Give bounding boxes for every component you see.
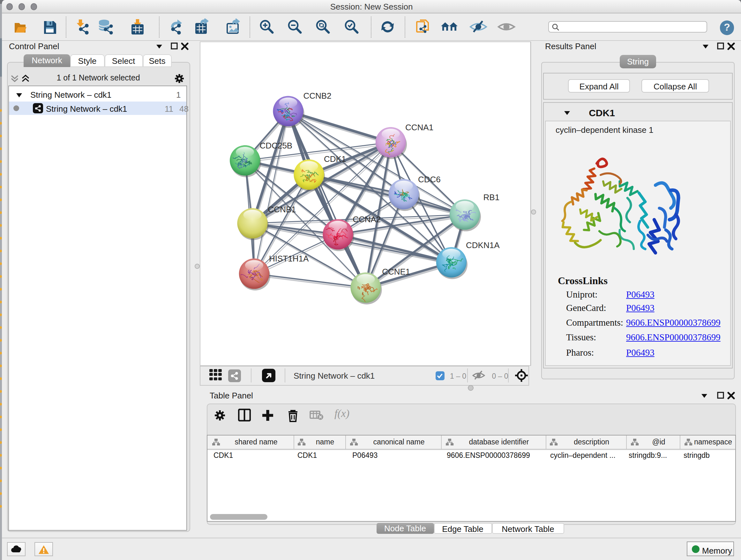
svg-text:CDK1: CDK1 bbox=[324, 154, 346, 164]
svg-text:CDKN1A: CDKN1A bbox=[466, 240, 500, 250]
svg-text:CCNA2: CCNA2 bbox=[353, 214, 381, 224]
svg-text:CCNB1: CCNB1 bbox=[268, 205, 296, 214]
svg-text:HIST1H1A: HIST1H1A bbox=[269, 254, 309, 263]
svg-text:CDC25B: CDC25B bbox=[260, 141, 293, 150]
svg-text:CCNA1: CCNA1 bbox=[405, 123, 433, 132]
svg-text:CCNE1: CCNE1 bbox=[382, 267, 410, 276]
svg-text:RB1: RB1 bbox=[483, 192, 500, 202]
svg-text:CCNB2: CCNB2 bbox=[303, 91, 331, 101]
svg-text:CDC6: CDC6 bbox=[418, 175, 441, 184]
